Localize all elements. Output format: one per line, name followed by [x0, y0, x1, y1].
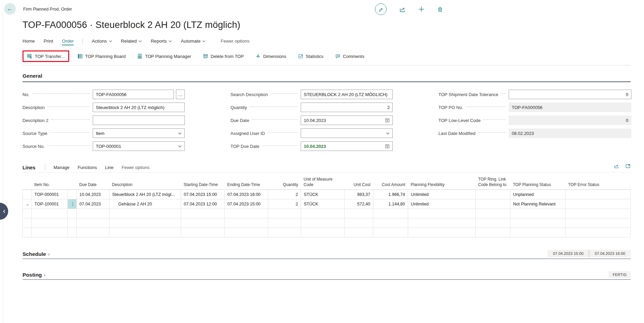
expand-chevron-icon[interactable]: › [44, 272, 46, 278]
col-top-error-status[interactable]: TOP Error Status [566, 176, 631, 190]
planning-manager-icon [137, 53, 143, 59]
row-menu-cell[interactable]: ⋮ [68, 199, 77, 209]
dotted-leader [252, 119, 297, 120]
lines-share-button[interactable] [614, 163, 619, 169]
ending-cell[interactable]: 07.04.2023 15:00 [225, 199, 268, 209]
assigned-user-select[interactable] [301, 128, 393, 138]
starting-cell[interactable]: 07.04.2023 12:00 [181, 199, 225, 209]
tab-order[interactable]: Order [62, 38, 74, 45]
top-shipment-tolerance-input[interactable]: 0 [509, 90, 631, 99]
unit-cost-cell[interactable]: 572,40 [345, 199, 373, 209]
col-top-rtng[interactable]: TOP Rtng. Link Code Belong to [476, 176, 510, 190]
planning-flexibility-cell[interactable]: Unlimited [408, 199, 476, 209]
no-input[interactable]: TOP-FA000056 [93, 90, 174, 99]
row-menu-cell[interactable] [68, 190, 77, 199]
starting-cell[interactable]: 07.04.2023 15:00 [181, 190, 225, 199]
top-rtng-cell[interactable] [476, 199, 510, 209]
comments-button[interactable]: Comments [332, 51, 368, 61]
row-selector-cell[interactable]: → [23, 199, 32, 209]
lines-functions-button[interactable]: Functions [78, 165, 97, 170]
col-unit-cost[interactable]: Unit Cost [345, 176, 373, 190]
chevron-down-icon[interactable] [178, 145, 182, 148]
top-planning-board-button[interactable]: TOP Planning Board [74, 51, 129, 61]
col-item-no[interactable]: Item No. [32, 176, 68, 190]
col-description[interactable]: Description [109, 176, 181, 190]
item-no-cell[interactable]: TOP-000001 [32, 190, 68, 199]
expand-chevron-icon[interactable]: › [48, 251, 50, 257]
lines-line-button[interactable]: Line [105, 165, 114, 170]
top-error-status-cell[interactable] [566, 190, 631, 199]
col-quantity[interactable]: Quantity [268, 176, 301, 190]
schedule-underline [23, 259, 631, 259]
source-type-select[interactable]: Item [93, 128, 185, 138]
posting-underline [23, 279, 631, 280]
chevron-down-icon[interactable] [178, 132, 182, 135]
tab-automate[interactable]: Automate [181, 38, 206, 45]
col-starting[interactable]: Starting Date-Time [181, 176, 225, 190]
unit-cost-cell[interactable]: 983,37 [345, 190, 373, 199]
cost-amount-cell[interactable]: 1.966,74 [373, 190, 408, 199]
lines-header-row: Item No. Due Date Description Starting D… [23, 176, 631, 190]
top-transfer-button[interactable]: TOP Transfer... [24, 51, 68, 61]
field-label: Source Type [23, 131, 47, 136]
no-assist-button[interactable]: … [176, 90, 185, 99]
tab-reports[interactable]: Reports [151, 38, 172, 45]
top-planning-status-cell[interactable]: Not Planning Relevant [510, 199, 566, 209]
col-ending[interactable]: Ending Date-Time [225, 176, 268, 190]
quantity-input[interactable]: 2 [301, 103, 393, 112]
calendar-icon[interactable] [385, 144, 390, 149]
new-button[interactable] [418, 6, 425, 13]
tab-home[interactable]: Home [23, 38, 35, 45]
description-input[interactable]: Steuerblock 2 AH 20 (LTZ möglich) [93, 103, 185, 112]
due-date-cell[interactable]: 10.04.2023 [77, 190, 109, 199]
delete-from-top-button[interactable]: Delete from TOP [199, 51, 247, 61]
cost-amount-cell[interactable]: 1.144,80 [373, 199, 408, 209]
planning-flexibility-cell[interactable]: Unlimited [408, 190, 476, 199]
top-rtng-cell[interactable] [476, 190, 510, 199]
fewer-options-button[interactable]: Fewer options [221, 38, 250, 45]
collapse-pane-button[interactable]: ‹ [0, 203, 8, 220]
item-no-cell[interactable]: TOP-100001 [32, 199, 68, 209]
col-due-date[interactable]: Due Date [77, 176, 109, 190]
calendar-icon[interactable] [385, 118, 390, 123]
source-no-select[interactable]: TOP-000001 [93, 141, 185, 151]
top-error-status-cell[interactable] [566, 199, 631, 209]
lines-open-in-window-button[interactable] [625, 163, 631, 169]
col-uom[interactable]: Unit of Measure Code [301, 176, 345, 190]
description2-input[interactable] [93, 116, 185, 125]
col-cost-amount[interactable]: Cost Amount [373, 176, 408, 190]
field-top-due-date: TOP Due Date 10.04.2023 [230, 141, 393, 151]
back-button[interactable]: ← [4, 3, 16, 15]
uom-cell[interactable]: STÜCK [301, 199, 345, 209]
ending-cell[interactable]: 07.04.2023 16:00 [225, 190, 268, 199]
tab-actions[interactable]: Actions [92, 38, 112, 45]
order-toolbar: TOP Transfer... TOP Planning Board TOP P… [23, 49, 631, 63]
edit-button[interactable] [375, 3, 387, 15]
top-due-date-input[interactable]: 10.04.2023 [301, 141, 393, 151]
comments-icon [335, 53, 341, 59]
description-cell[interactable]: Gehäuse 2 AH 20 [109, 199, 181, 209]
tab-related[interactable]: Related [121, 38, 142, 45]
description-cell[interactable]: Steuerblock 2 AH 20 (LTZ mögl... [109, 190, 181, 199]
lines-fewer-options-button[interactable]: Fewer options [122, 165, 150, 170]
quantity-cell[interactable]: 2 [268, 190, 301, 199]
lines-table: Item No. Due Date Description Starting D… [23, 176, 631, 237]
due-date-input[interactable]: 10.04.2023 [301, 116, 393, 125]
chevron-down-icon[interactable] [386, 132, 390, 135]
row-selector-cell[interactable] [23, 190, 32, 199]
tab-print[interactable]: Print [44, 38, 53, 45]
col-top-planning-status[interactable]: TOP Planning Status [510, 176, 566, 190]
top-planning-manager-button[interactable]: TOP Planning Manager [134, 51, 194, 61]
uom-cell[interactable]: STÜCK [301, 190, 345, 199]
lines-manage-button[interactable]: Manage [54, 165, 70, 170]
col-planning-flexibility[interactable]: Planning Flexibility [408, 176, 476, 190]
due-date-cell[interactable]: 07.04.2023 [77, 199, 109, 209]
delete-button[interactable] [437, 6, 443, 12]
dotted-leader [51, 119, 89, 120]
top-planning-status-cell[interactable]: Unplanned [510, 190, 566, 199]
statistics-button[interactable]: Statistics [295, 51, 327, 61]
dimensions-button[interactable]: Dimensions [252, 51, 290, 61]
share-button[interactable] [399, 6, 406, 13]
quantity-cell[interactable]: 2 [268, 199, 301, 209]
search-description-input[interactable]: STEUERBLOCK 2 AH 20 (LTZ MÖGLICH) [301, 90, 393, 99]
